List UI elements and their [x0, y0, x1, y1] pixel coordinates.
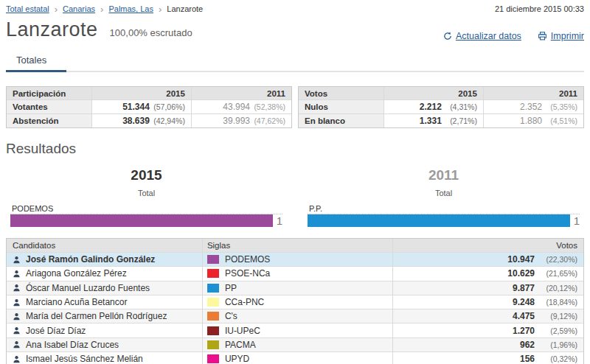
table-row[interactable]: Ariagona González Pérez PSOE-NCa 10.629 … [7, 266, 583, 280]
chart-year-2015: 2015 [10, 167, 282, 183]
votes-header-row: Votos 2015 2011 [299, 87, 583, 99]
col-header-2015: 2015 [92, 87, 192, 99]
summary-tables: Participación 2015 2011 Votantes 51.344(… [6, 86, 584, 128]
bar-row: 1 [308, 214, 580, 227]
print-link[interactable]: Imprimir [538, 31, 584, 41]
party-color-swatch [207, 269, 219, 278]
party-abbreviation: PP [225, 283, 237, 293]
value-2015: 51.344(57,06%) [92, 100, 192, 113]
party-abbreviation: PSOE-NCa [225, 268, 270, 279]
votes-count: 9.877 [399, 283, 535, 293]
value-2015: 38.639(42,94%) [92, 114, 192, 127]
value-2015: 2.212(4,31%) [384, 100, 484, 113]
value-2011: 2.352(5,35%) [484, 100, 583, 113]
value-2011: 39.993(47,62%) [192, 114, 291, 127]
breadcrumb-link-canarias[interactable]: Canarias [63, 4, 95, 13]
chevron-right-icon: › [55, 5, 58, 13]
breadcrumb-link-palmas-las[interactable]: Palmas, Las [108, 4, 153, 13]
party-abbreviation: C's [225, 311, 237, 321]
party-abbreviation: IU-UPeC [225, 326, 260, 336]
votes-percent: (1,96%) [535, 340, 577, 349]
row-label: Votantes [7, 100, 92, 113]
person-icon [13, 298, 21, 307]
bar-label-pp: P.P. [308, 204, 580, 213]
col-header-candidatos: Candidatos [7, 239, 203, 252]
refresh-data-link[interactable]: Actualizar datos [443, 31, 521, 41]
title-row: Lanzarote 100,00% escrutado Actualizar d… [6, 18, 584, 41]
table-row[interactable]: José Ramón Galindo González PODEMOS 10.9… [7, 252, 583, 266]
bar-label-podemos: PODEMOS [10, 204, 282, 213]
votes-count: 4.475 [399, 311, 535, 321]
table-row: En blanco 1.331(2,71%) 1.880(4,51%) [299, 113, 583, 127]
breadcrumb-row: Total estatal › Canarias › Palmas, Las ›… [6, 3, 584, 13]
value-2011: 1.880(4,51%) [484, 114, 583, 127]
table-row[interactable]: Ismael Jesús Sánchez Melián UPYD 156 (0,… [7, 351, 583, 364]
header-actions: Actualizar datos Imprimir [443, 30, 584, 41]
table-row[interactable]: Marciano Acuña Betancor CCa-PNC 9.248 (1… [7, 295, 583, 309]
col-header-2011: 2011 [484, 87, 583, 99]
candidate-name: Marciano Acuña Betancor [26, 297, 127, 307]
table-row[interactable]: Óscar Manuel Luzardo Fuentes PP 9.877 (2… [7, 281, 583, 295]
chevron-right-icon: › [100, 5, 103, 13]
table-row: Abstención 38.639(42,94%) 39.993(47,62%) [7, 113, 291, 127]
col-header-2011: 2011 [192, 87, 291, 99]
table-row: Nulos 2.212(4,31%) 2.352(5,35%) [299, 99, 583, 113]
bar-podemos [10, 214, 273, 227]
value-2015: 1.331(2,71%) [384, 114, 484, 127]
votes-count: 10.629 [399, 268, 535, 279]
person-icon [13, 256, 21, 264]
candidates-table: Candidatos Siglas Votos José Ramón Galin… [6, 238, 584, 364]
printer-icon [538, 32, 547, 41]
party-color-swatch [207, 312, 219, 321]
table-row[interactable]: Ana Isabel Díaz Cruces PACMA 962 (1,96%) [7, 337, 583, 351]
person-icon [13, 326, 21, 335]
candidate-name: Óscar Manuel Luzardo Fuentes [26, 283, 150, 293]
candidate-name: Ana Isabel Díaz Cruces [26, 340, 119, 350]
votes-percent: (9,12%) [535, 312, 577, 321]
chart-year-2011: 2011 [308, 167, 580, 183]
row-label: Abstención [7, 114, 92, 127]
bar-value: 1 [570, 214, 580, 227]
candidate-name: Ismael Jesús Sánchez Melián [26, 354, 143, 364]
scrutinized-label: 100,00% escrutado [110, 27, 192, 38]
results-charts: 2015 Total PODEMOS 1 2011 Total P.P. 1 [6, 160, 584, 227]
table-row[interactable]: María del Carmen Pellón Rodríguez C's 4.… [7, 309, 583, 323]
candidate-name: Ariagona González Pérez [26, 268, 127, 279]
participation-table: Participación 2015 2011 Votantes 51.344(… [6, 86, 292, 128]
party-color-swatch [207, 298, 219, 307]
votes-percent: (18,84%) [535, 298, 577, 307]
table-row: Votantes 51.344(57,06%) 43.994(52,38%) [7, 99, 291, 113]
party-color-swatch [207, 284, 219, 293]
col-header-votos: Votos [393, 239, 583, 252]
col-header-siglas: Siglas [203, 239, 393, 252]
party-abbreviation: PACMA [225, 340, 256, 350]
row-label: Nulos [299, 100, 384, 113]
person-icon [13, 355, 21, 363]
timestamp: 21 diciembre 2015 00:33 [495, 4, 584, 13]
page: Total estatal › Canarias › Palmas, Las ›… [0, 0, 590, 364]
row-label: En blanco [299, 114, 384, 127]
votes-percent: (2,59%) [535, 326, 577, 335]
candidate-name: José Ramón Galindo González [26, 254, 155, 265]
breadcrumb-link-total-estatal[interactable]: Total estatal [6, 4, 49, 13]
person-icon [13, 284, 21, 292]
chart-2015: 2015 Total PODEMOS 1 [6, 160, 291, 227]
party-color-swatch [207, 354, 219, 363]
votes-table: Votos 2015 2011 Nulos 2.212(4,31%) 2.352… [298, 86, 584, 128]
votes-percent: (20,12%) [535, 284, 577, 293]
party-color-swatch [207, 255, 219, 264]
person-icon [13, 340, 21, 349]
tab-bar: Totales [6, 52, 584, 72]
value-2011: 43.994(52,38%) [192, 100, 291, 113]
chart-subtitle: Total [10, 189, 282, 197]
results-heading: Resultados [6, 141, 584, 157]
table-row[interactable]: José Díaz Díaz IU-UPeC 1.270 (2,59%) [7, 323, 583, 337]
tab-totales[interactable]: Totales [6, 52, 66, 72]
chevron-right-icon: › [159, 5, 162, 13]
party-abbreviation: PODEMOS [225, 254, 270, 265]
chart-2011: 2011 Total P.P. 1 [291, 160, 584, 227]
candidate-name: José Díaz Díaz [26, 326, 86, 336]
party-abbreviation: CCa-PNC [225, 297, 264, 307]
breadcrumb: Total estatal › Canarias › Palmas, Las ›… [6, 4, 203, 13]
party-color-swatch [207, 326, 219, 335]
